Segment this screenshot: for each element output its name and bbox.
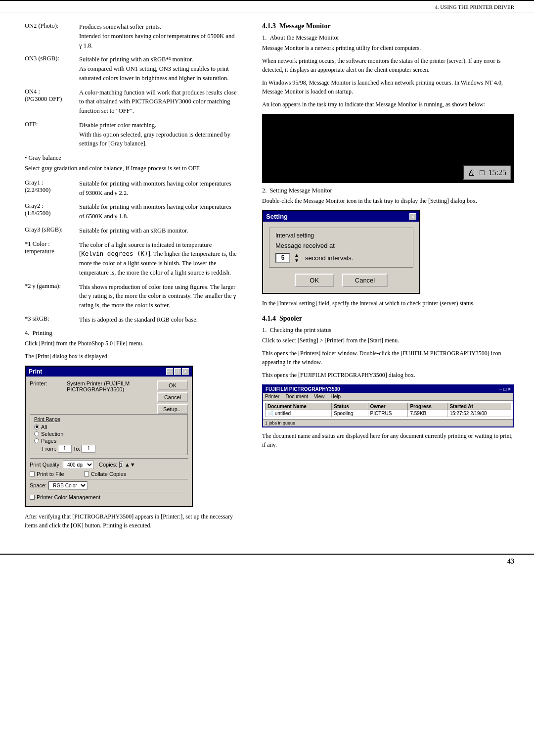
- col-owner: Owner: [368, 403, 408, 410]
- left-column: ON2 (Photo): Produces somewhat softer pr…: [0, 22, 252, 544]
- space-row: Space: RGB Color: [30, 481, 188, 490]
- setting-cancel-button[interactable]: Cancel: [342, 274, 388, 287]
- section-414-number: 4.1.4: [262, 315, 276, 322]
- collate-checkbox[interactable]: [84, 472, 89, 476]
- checking-step1: Click to select [Setting] > [Printer] fr…: [262, 336, 514, 345]
- section-413-title: Message Monitor: [279, 22, 331, 30]
- col-started: Started At: [447, 403, 511, 410]
- radio-pages[interactable]: Pages: [34, 438, 183, 444]
- label-gray1: Gray1 :(2.2/9300): [25, 179, 79, 198]
- cell-owner: PICTRUS: [368, 410, 408, 417]
- to-input[interactable]: [82, 445, 95, 453]
- quality-label: Print Quality:: [30, 462, 61, 468]
- interval-group: Interval setting Message received at ▲▼ …: [269, 228, 413, 268]
- checking-heading: Checking the print status: [269, 327, 331, 334]
- spooler-menu-view[interactable]: View: [314, 394, 325, 399]
- spooler-table-container: Document Name Status Owner Progress Star…: [263, 401, 513, 419]
- label-on2: ON2 (Photo):: [25, 22, 79, 50]
- spooler-menu-document[interactable]: Document: [285, 394, 308, 399]
- entry-off: OFF: Disable printer color matching.With…: [25, 121, 237, 148]
- taskbar-screenshot: 🖨 □ 15:25: [262, 114, 514, 183]
- entry-star3: *3 sRGB: This is adopted as the standard…: [25, 315, 237, 325]
- quality-copies-row: Print Quality: 400 dpi Copies: 1 ▲▼: [30, 461, 188, 469]
- print-to-file-checkbox[interactable]: [30, 472, 35, 476]
- col-status: Status: [332, 403, 368, 410]
- gray-balance-desc: Select gray gradation and color balance,…: [25, 164, 237, 173]
- text-gray1: Suitable for printing with monitors havi…: [79, 179, 237, 198]
- setting-close-button[interactable]: ×: [409, 213, 416, 220]
- color-mgmt-checkbox[interactable]: [30, 495, 35, 500]
- setting-ok-button[interactable]: OK: [295, 274, 334, 287]
- copies-input[interactable]: 1: [119, 462, 123, 468]
- printing-section: 4. Printing Click [Print] from the Photo…: [25, 330, 237, 361]
- interval-row: Message received at: [275, 242, 407, 249]
- entry-on4: ON4 :(PG3000 OFF) A color-matching funct…: [25, 88, 237, 116]
- print-dialog-maximize[interactable]: □: [174, 368, 181, 375]
- print-ok-button[interactable]: OK: [157, 380, 188, 390]
- right-column: 4.1.3 Message Monitor 1. About the Messa…: [252, 22, 534, 544]
- checking-step2: This opens the [Printers] folder window.…: [262, 349, 514, 367]
- printer-row: Printer: System Printer (FUJIFILMPICTROG…: [30, 380, 153, 392]
- divider2: [30, 479, 188, 479]
- radio-all-circle[interactable]: [34, 425, 39, 429]
- print-setup-button[interactable]: Setup...: [157, 404, 188, 414]
- label-off: OFF:: [25, 121, 79, 148]
- color-mgmt-row: Printer Color Management: [30, 494, 188, 500]
- spooler-menu-help[interactable]: Help: [331, 394, 341, 399]
- section-414-title: Spooler: [279, 315, 302, 322]
- cell-progress: 7.59KB: [408, 410, 447, 417]
- about-para1: Message Monitor is a network printing ut…: [262, 44, 514, 52]
- divider3: [30, 492, 188, 492]
- text-star3: This is adopted as the standard RGB colo…: [79, 315, 237, 325]
- space-label: Space:: [30, 482, 46, 488]
- print-dialog-titlebar: Print ─ □ ×: [26, 367, 192, 377]
- copies-label: Copies:: [99, 462, 117, 468]
- to-label: To:: [73, 446, 81, 452]
- print-dialog-close[interactable]: ×: [182, 368, 189, 375]
- content-area: ON2 (Photo): Produces somewhat softer pr…: [0, 12, 534, 544]
- text-gray2: Suitable for printing with monitors havi…: [79, 202, 237, 221]
- spooler-caption: The document name and status are display…: [262, 431, 514, 449]
- divider1: [30, 458, 188, 459]
- entry-gray1: Gray1 :(2.2/9300) Suitable for printing …: [25, 179, 237, 198]
- cell-status: Spooling: [332, 410, 368, 417]
- setting-buttons: OK Cancel: [269, 274, 413, 287]
- print-dialog-minimize[interactable]: ─: [166, 368, 173, 375]
- label-on3: ON3 (sRGB):: [25, 55, 79, 83]
- radio-all[interactable]: All: [34, 424, 183, 430]
- print-cancel-button[interactable]: Cancel: [157, 392, 188, 402]
- interval-input[interactable]: [275, 253, 290, 263]
- section-413-number: 4.1.3: [262, 22, 276, 30]
- entry-gray2: Gray2 :(1.8/6500) Suitable for printing …: [25, 202, 237, 221]
- text-star2: This shows reproduction of color tone us…: [79, 283, 237, 310]
- radio-all-label: All: [41, 424, 47, 430]
- page-number: 43: [0, 555, 534, 568]
- spooler-dialog: FUJIFILM PICTROGRAPHY3500 ─ □ × Printer …: [262, 384, 514, 427]
- print-range-group: Print Range All Selection Pages: [30, 414, 188, 455]
- setting-desc: Double-click the Message Monitor icon in…: [262, 196, 514, 205]
- from-label: From:: [42, 446, 56, 452]
- radio-selection[interactable]: Selection: [34, 431, 183, 437]
- setting-dialog-body: Interval setting Message received at ▲▼ …: [263, 222, 419, 293]
- checking-step3: This opens the [FUJIFILM PICTROGRAPHY350…: [262, 371, 514, 379]
- gray-balance-bullet: Gray balance: [25, 154, 237, 162]
- checkbox-row1: Print to File Collate Copies: [30, 471, 188, 477]
- table-row: 📄 untitled Spooling PICTRUS 7.59KB 15:27…: [266, 410, 511, 417]
- from-input[interactable]: [58, 445, 72, 453]
- spooler-menu-printer[interactable]: Printer: [265, 394, 279, 399]
- quality-select[interactable]: 400 dpi: [63, 461, 94, 469]
- printing-step1: Click [Print] from the PhotoShop 5.0 [Fi…: [25, 339, 237, 348]
- radio-selection-circle[interactable]: [34, 431, 39, 436]
- section-414-heading: 4.1.4 Spooler: [262, 315, 514, 323]
- color-mgmt-label: Printer Color Management: [37, 494, 100, 500]
- space-select[interactable]: RGB Color: [48, 481, 88, 490]
- page: 4. USING THE PRINTER DRIVER ON2 (Photo):…: [0, 0, 534, 756]
- doc-icon: 📄: [267, 411, 273, 416]
- spooler-table: Document Name Status Owner Progress Star…: [265, 403, 511, 417]
- radio-pages-circle[interactable]: [34, 438, 39, 443]
- interval-caption: In the [Interval setting] field, specify…: [262, 299, 514, 308]
- spooler-title: FUJIFILM PICTROGRAPHY3500: [266, 386, 340, 392]
- checking-number: 1.: [262, 327, 267, 334]
- entry-star1: *1 Color :temperature The color of a lig…: [25, 240, 237, 278]
- interval-input-row: ▲▼ second intervals.: [275, 252, 407, 263]
